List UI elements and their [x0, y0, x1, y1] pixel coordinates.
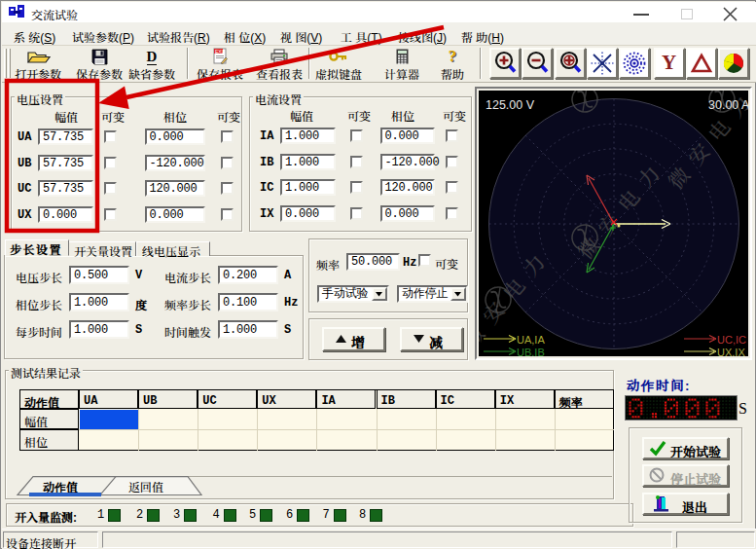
svg-text:30.00 A: 30.00 A — [708, 98, 748, 112]
svg-text:UX,IX: UX,IX — [717, 347, 745, 356]
svg-text:UA,IA: UA,IA — [517, 334, 545, 346]
svg-text:EXL: EXL — [215, 49, 225, 55]
svg-text:UB,IB: UB,IB — [517, 347, 545, 356]
svg-text:UC,IC: UC,IC — [717, 334, 746, 346]
svg-text:125.00 V: 125.00 V — [486, 98, 535, 112]
